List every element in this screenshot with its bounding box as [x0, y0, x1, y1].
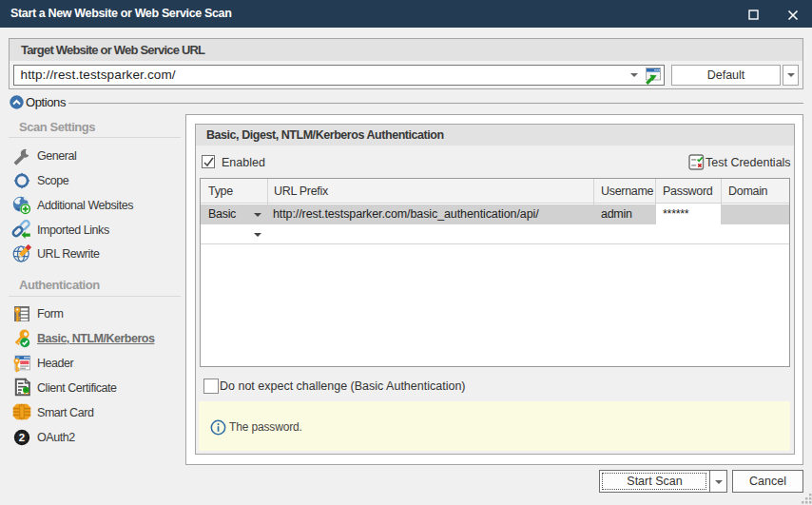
- svg-text:2: 2: [19, 432, 25, 443]
